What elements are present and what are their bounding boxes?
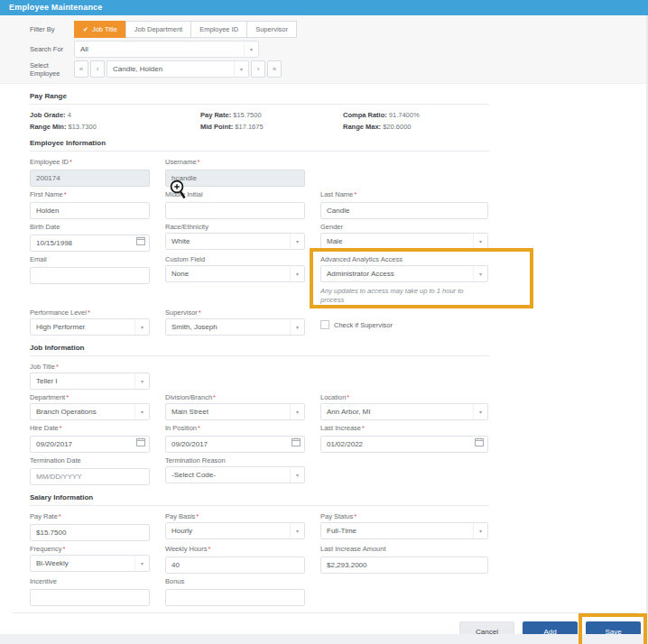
search-for-row: Search For All ▾ [30, 41, 648, 58]
termination-reason-select[interactable]: -Select Code- ▾ [165, 466, 305, 483]
department-label: Department* [30, 393, 150, 401]
last-employee-button[interactable]: » [267, 60, 282, 78]
check-if-supervisor-group: Check if Supervisor [320, 308, 488, 329]
middle-initial-label: Middle Initial [165, 190, 305, 198]
chevron-down-icon: ▾ [290, 523, 304, 538]
custom-field-select[interactable]: None ▾ [165, 265, 305, 282]
chevron-down-icon: ▾ [473, 404, 487, 419]
previous-employee-button[interactable]: ‹ [90, 60, 105, 78]
tab-supervisor[interactable]: Supervisor [246, 21, 297, 38]
job-title-select[interactable]: Teller I ▾ [30, 373, 150, 390]
employee-navigator: « ‹ Candle, Holden ▾ › » [74, 60, 283, 78]
compa-ratio-value: 91.7400% [389, 111, 420, 119]
range-min-label: Range Min: [30, 123, 66, 131]
advanced-analytics-label: Advanced Analytics Access [320, 255, 488, 263]
first-name-field[interactable] [30, 202, 150, 219]
required-marker: * [347, 393, 349, 401]
pay-basis-select[interactable]: Hourly ▾ [165, 522, 305, 539]
email-field[interactable] [30, 267, 150, 284]
weekly-hours-field[interactable] [165, 557, 305, 574]
termination-reason-value: -Select Code- [171, 471, 216, 479]
termination-date-field[interactable] [30, 468, 150, 485]
select-employee-select[interactable]: Candle, Holden ▾ [106, 60, 249, 78]
tab-job-department-label: Job Department [134, 25, 182, 33]
chevron-down-icon: ▾ [134, 373, 149, 389]
chevron-down-icon: ▾ [473, 234, 487, 249]
advanced-analytics-note: Any updates to access may take up to 1 h… [320, 287, 488, 305]
first-name-field-group: First Name* [30, 190, 150, 219]
email-label: Email [30, 255, 150, 263]
chevron-down-icon: ▾ [134, 319, 149, 335]
race-ethnicity-label: Race/Ethnicity [165, 223, 305, 231]
middle-initial-field[interactable] [165, 202, 305, 219]
filter-panel: Filter By ✔ Job Title Job Department Emp… [0, 15, 648, 84]
location-select[interactable]: Ann Arbor, MI ▾ [320, 403, 488, 420]
tab-employee-id-label: Employee ID [199, 25, 238, 33]
form-row: Pay Rate* Pay Basis* Hourly ▾ Pay Status… [30, 512, 518, 541]
next-employee-button[interactable]: › [251, 60, 265, 78]
last-increase-field[interactable] [320, 436, 488, 453]
termination-reason-field-group: Termination Reason -Select Code- ▾ [165, 456, 305, 483]
form-row: Hire Date* In Position* Last Increase* [30, 424, 518, 453]
race-ethnicity-select[interactable]: White ▾ [165, 233, 305, 250]
weekly-hours-field-group: Weekly Hours* [165, 545, 305, 574]
supervisor-select[interactable]: Smith, Joseph ▾ [165, 318, 305, 336]
footer-divider [13, 612, 637, 613]
tab-job-department[interactable]: Job Department [125, 21, 191, 38]
calendar-icon[interactable] [292, 437, 301, 446]
incentive-label: Incentive [30, 577, 150, 585]
search-for-select[interactable]: All ▾ [74, 41, 259, 58]
chevron-down-icon: ▾ [234, 61, 248, 77]
required-marker: * [213, 393, 216, 401]
gender-select[interactable]: Male ▾ [320, 233, 488, 250]
pay-status-select[interactable]: Full-Time ▾ [320, 522, 488, 539]
hire-date-field[interactable] [30, 436, 150, 453]
form-content: Pay Range Job Grade: 4 Pay Rate: $15.750… [0, 92, 648, 606]
advanced-analytics-select[interactable]: Administrator Access ▾ [320, 265, 488, 282]
mid-point-stat: Mid Point: $17.1675 [200, 123, 343, 131]
supervisor-label: Supervisor* [165, 308, 305, 317]
required-marker: * [66, 393, 69, 401]
calendar-icon[interactable] [136, 236, 145, 245]
filter-by-label: Filter By [30, 25, 74, 33]
last-name-field[interactable] [320, 202, 488, 219]
pay-status-field-group: Pay Status* Full-Time ▾ [320, 512, 488, 539]
calendar-icon[interactable] [136, 437, 145, 446]
search-for-label: Search For [30, 45, 74, 53]
form-row: Email Custom Field None ▾ Advanced Analy… [30, 255, 518, 305]
employee-id-label: Employee ID* [30, 158, 150, 166]
required-marker: * [56, 363, 59, 371]
employee-info-section: Employee ID* Username* First Name* Middl… [30, 158, 648, 336]
frequency-value: Bi-Weekly [36, 559, 69, 567]
in-position-field[interactable] [165, 436, 305, 453]
last-increase-amount-field[interactable] [320, 557, 488, 574]
required-marker: * [198, 424, 200, 432]
birth-date-field[interactable] [30, 235, 150, 252]
job-title-label: Job Title* [30, 363, 150, 371]
job-grade-label: Job Grade: [30, 111, 66, 119]
department-field-group: Department* Branch Operations ▾ [30, 393, 150, 420]
tab-employee-id[interactable]: Employee ID [190, 21, 247, 38]
pay-basis-value: Hourly [171, 527, 192, 535]
department-select[interactable]: Branch Operations ▾ [30, 403, 150, 420]
job-grade-value: 4 [68, 111, 71, 119]
required-marker: * [62, 545, 65, 553]
pay-rate-field[interactable] [30, 524, 150, 541]
bonus-field[interactable] [165, 589, 305, 606]
required-marker: * [64, 190, 67, 198]
last-increase-field-group: Last Increase* [320, 424, 488, 453]
division-branch-select[interactable]: Main Street ▾ [165, 403, 305, 420]
compa-ratio-label: Compa Ratio: [343, 111, 387, 119]
form-row: Department* Branch Operations ▾ Division… [30, 393, 518, 420]
chevron-down-icon: ▾ [134, 404, 149, 419]
tab-job-title[interactable]: ✔ Job Title [74, 21, 126, 38]
incentive-field[interactable] [30, 589, 150, 606]
calendar-icon[interactable] [475, 437, 484, 446]
required-marker: * [60, 424, 62, 432]
range-min-value: $13.7300 [69, 123, 97, 131]
frequency-select[interactable]: Bi-Weekly ▾ [30, 555, 150, 572]
first-employee-button[interactable]: « [74, 60, 88, 78]
check-if-supervisor-checkbox[interactable] [320, 320, 329, 329]
performance-level-select[interactable]: High Performer ▾ [30, 318, 150, 336]
form-row: First Name* Middle Initial Last Name* [30, 190, 518, 219]
